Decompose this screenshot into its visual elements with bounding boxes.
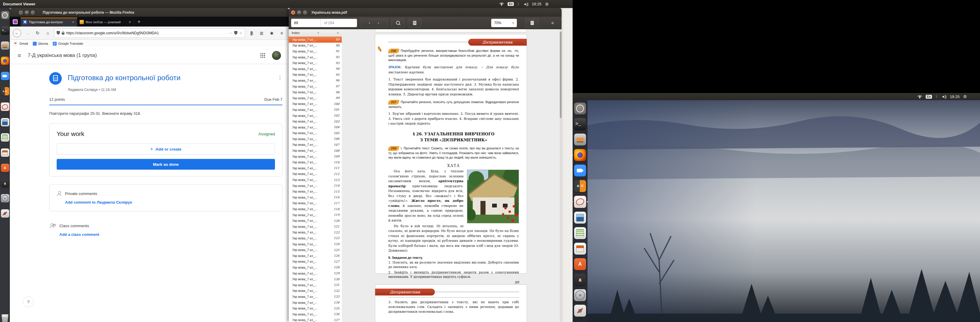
page-actions-icon[interactable]: ⋯ xyxy=(229,31,232,35)
dock-libreoffice-writer-icon[interactable] xyxy=(574,212,586,224)
index-item[interactable]: Укр мова_7 кл_...105 xyxy=(289,130,342,136)
evince-menu-button[interactable]: ≡ xyxy=(546,19,559,27)
sidebar-close-icon[interactable]: × xyxy=(337,31,339,35)
permissions-icon[interactable] xyxy=(234,31,237,35)
index-item[interactable]: Укр мова_7 кл_...109 xyxy=(289,154,342,160)
dock-calculator-icon[interactable]: + = xyxy=(1,87,9,95)
clock[interactable]: 19:25 xyxy=(532,2,542,6)
volume-icon[interactable]: ◄)) xyxy=(523,2,528,6)
dock-amazon-icon[interactable]: a xyxy=(1,179,9,187)
dock-amazon-icon[interactable]: a xyxy=(574,274,586,286)
forward-button[interactable]: → xyxy=(24,30,31,35)
bookmark-star-icon[interactable]: ☆ xyxy=(239,31,242,35)
page-nav-buttons[interactable]: ‹ › xyxy=(360,19,388,27)
index-item[interactable]: Укр мова_7 кл_...115 xyxy=(289,189,342,194)
index-item[interactable]: Укр мова_7 кл_...125 xyxy=(289,247,342,253)
dock-calculator-icon[interactable]: + = xyxy=(574,180,586,192)
dock-libreoffice-calc-icon[interactable] xyxy=(1,133,9,142)
bookmark-gmail[interactable]: Gmail xyxy=(13,41,28,46)
tab-classroom[interactable]: Підготовка до контрол ✕ xyxy=(21,17,77,27)
session-gear-icon[interactable]: ⚙ xyxy=(545,2,549,6)
index-item[interactable]: Укр мова_7 кл_...104 xyxy=(289,124,342,130)
tab-close-icon[interactable]: ✕ xyxy=(129,20,131,24)
index-item[interactable]: Укр мова_7 кл_...120 xyxy=(289,218,342,224)
index-item[interactable]: Укр мова_7 кл_...123 xyxy=(289,235,342,241)
home-button[interactable]: ⌂ xyxy=(44,30,52,35)
index-item[interactable]: Укр мова_7 кл_...98 xyxy=(289,89,342,95)
index-item[interactable]: Укр мова_7 кл_...103 xyxy=(289,118,342,124)
search-button[interactable] xyxy=(391,19,405,27)
dock-ubuntu-software-icon[interactable]: A xyxy=(1,164,9,172)
wifi-icon[interactable] xyxy=(499,2,504,6)
index-item[interactable]: Укр мова_7 кл_...101 xyxy=(289,107,342,113)
close-icon[interactable]: ✕ xyxy=(19,10,23,14)
library-icon[interactable]: |||\ xyxy=(248,30,255,35)
save-button[interactable] xyxy=(525,19,539,27)
dock-disks-icon[interactable] xyxy=(574,289,586,301)
index-item[interactable]: Укр мова_7 кл_...111 xyxy=(289,165,342,171)
index-item[interactable]: Укр мова_7 кл_...122 xyxy=(289,230,342,236)
dock-system-settings-icon[interactable]: ⚙ xyxy=(1,209,9,218)
index-item[interactable]: Укр мова_7 кл_...89 xyxy=(289,36,342,43)
clock[interactable]: 19:25 xyxy=(950,95,960,99)
new-tab-button[interactable]: + xyxy=(137,19,140,25)
bluetooth-icon[interactable]: ᛒ xyxy=(517,2,520,6)
index-item[interactable]: Укр мова_7 кл_...119 xyxy=(289,212,342,218)
index-item[interactable]: Укр мова_7 кл_...102 xyxy=(289,113,342,119)
classroom-menu-icon[interactable]: ≡ xyxy=(18,52,21,59)
tab-sites[interactable]: Моя любов — рожевий ✕ xyxy=(77,17,134,27)
sidebar-toggle-icon[interactable]: ▥ xyxy=(258,31,266,35)
firefox-titlebar[interactable]: ✕ ▁ ▢ Підготовка до контрольної роботи —… xyxy=(10,8,289,17)
index-item[interactable]: Укр мова_7 кл_...132 xyxy=(289,288,342,294)
wifi-icon[interactable] xyxy=(917,95,922,98)
tracking-shield-icon[interactable] xyxy=(57,31,60,35)
dock-libreoffice-writer-icon[interactable] xyxy=(1,118,9,127)
dock-firefox-icon[interactable] xyxy=(574,149,586,161)
volume-icon[interactable]: ◄)) xyxy=(941,95,946,99)
back-button[interactable]: ← xyxy=(13,29,21,37)
index-item[interactable]: Укр мова_7 кл_...117 xyxy=(289,200,342,206)
minimize-icon[interactable]: ▁ xyxy=(297,10,301,14)
help-button[interactable]: ? xyxy=(23,297,34,307)
session-gear-icon[interactable]: ⚙ xyxy=(963,94,967,99)
bluetooth-icon[interactable]: ᛒ xyxy=(935,95,938,99)
index-item[interactable]: Укр мова_7 кл_...110 xyxy=(289,159,342,165)
index-item[interactable]: Укр мова_7 кл_...130 xyxy=(289,276,342,282)
kebab-menu-icon[interactable]: ⋮ xyxy=(277,75,282,81)
pdf-viewport[interactable]: Дієприкметник 256Перебудуйте речення, ви… xyxy=(342,29,560,322)
index-item[interactable]: Укр мова_7 кл_...106 xyxy=(289,136,342,142)
index-item[interactable]: Укр мова_7 кл_...92 xyxy=(289,54,342,60)
prev-page-icon[interactable]: ‹ xyxy=(369,21,370,25)
avatar[interactable] xyxy=(272,51,281,60)
index-item[interactable]: Укр мова_7 кл_...118 xyxy=(289,206,342,212)
index-item[interactable]: Укр мова_7 кл_...133 xyxy=(289,293,342,300)
dock-terminal-icon[interactable]: >_ xyxy=(574,118,586,130)
minimize-icon[interactable]: ▁ xyxy=(25,10,29,14)
index-item[interactable]: Укр мова_7 кл_...137 xyxy=(289,317,342,322)
index-item[interactable]: Укр мова_7 кл_...113 xyxy=(289,177,342,183)
index-item[interactable]: Укр мова_7 кл_...95 xyxy=(289,72,342,78)
dock-zoom-app-icon[interactable] xyxy=(574,165,586,176)
add-private-comment-link[interactable]: Add comment to Людмила Склярук xyxy=(65,200,275,205)
index-item[interactable]: Укр мова_7 кл_...126 xyxy=(289,253,342,259)
index-item[interactable]: Укр мова_7 кл_...127 xyxy=(289,259,342,265)
dock-zoom-app-icon[interactable] xyxy=(1,72,9,80)
extension-icon[interactable] xyxy=(13,19,18,24)
index-item[interactable]: Укр мова_7 кл_...131 xyxy=(289,282,342,288)
url-bar[interactable]: https://classroom.google.com/u/0/c/MzkwN… xyxy=(54,29,245,38)
index-item[interactable]: Укр мова_7 кл_...94 xyxy=(289,66,342,72)
index-item[interactable]: Укр мова_7 кл_...108 xyxy=(289,148,342,154)
mark-as-done-button[interactable]: Mark as done xyxy=(57,159,275,170)
index-item[interactable]: Укр мова_7 кл_...124 xyxy=(289,241,342,247)
maximize-icon[interactable]: ▢ xyxy=(303,10,307,14)
next-page-icon[interactable]: › xyxy=(378,21,379,25)
zoom-dropdown[interactable]: 70% ▾ xyxy=(491,19,517,27)
dock-firefox-icon[interactable] xyxy=(1,57,9,65)
dock-file-cabinet-icon[interactable] xyxy=(574,133,586,146)
index-item[interactable]: Укр мова_7 кл_...136 xyxy=(289,311,342,317)
index-item[interactable]: Укр мова_7 кл_...99 xyxy=(289,95,342,101)
keyboard-layout-indicator[interactable]: En xyxy=(508,2,514,6)
keyboard-layout-indicator[interactable]: En xyxy=(926,95,932,99)
course-title[interactable]: 7-Д українська мова (1 група) xyxy=(28,52,97,59)
index-item[interactable]: Укр мова_7 кл_...96 xyxy=(289,78,342,84)
